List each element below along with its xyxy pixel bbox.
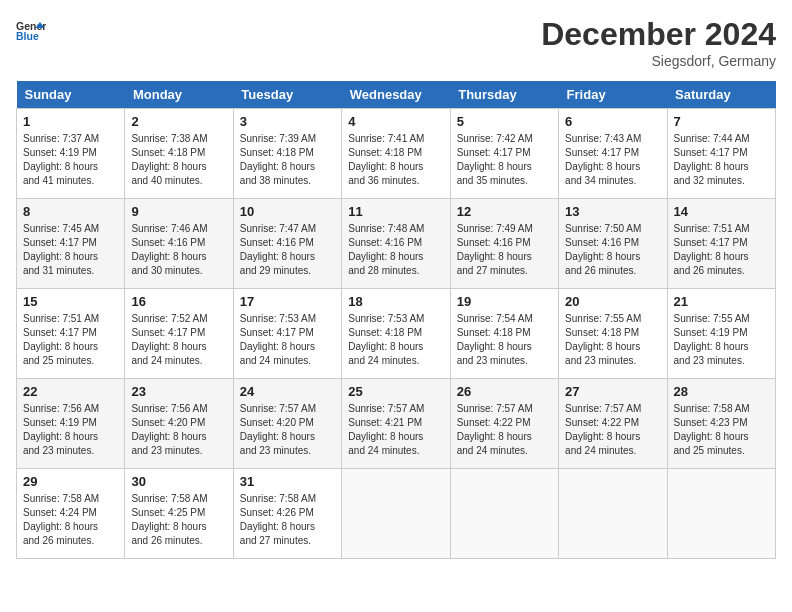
week-row-4: 22 Sunrise: 7:56 AMSunset: 4:19 PMDaylig…	[17, 379, 776, 469]
day-5: 5 Sunrise: 7:42 AMSunset: 4:17 PMDayligh…	[450, 109, 558, 199]
header-saturday: Saturday	[667, 81, 775, 109]
week-row-1: 1 Sunrise: 7:37 AMSunset: 4:19 PMDayligh…	[17, 109, 776, 199]
day-11: 11 Sunrise: 7:48 AMSunset: 4:16 PMDaylig…	[342, 199, 450, 289]
day-31: 31 Sunrise: 7:58 AMSunset: 4:26 PMDaylig…	[233, 469, 341, 559]
title-area: December 2024 Siegsdorf, Germany	[541, 16, 776, 69]
day-8: 8 Sunrise: 7:45 AMSunset: 4:17 PMDayligh…	[17, 199, 125, 289]
day-24: 24 Sunrise: 7:57 AMSunset: 4:20 PMDaylig…	[233, 379, 341, 469]
page-header: General Blue December 2024 Siegsdorf, Ge…	[16, 16, 776, 69]
day-23: 23 Sunrise: 7:56 AMSunset: 4:20 PMDaylig…	[125, 379, 233, 469]
day-25: 25 Sunrise: 7:57 AMSunset: 4:21 PMDaylig…	[342, 379, 450, 469]
svg-text:Blue: Blue	[16, 30, 39, 42]
day-7: 7 Sunrise: 7:44 AMSunset: 4:17 PMDayligh…	[667, 109, 775, 199]
day-15: 15 Sunrise: 7:51 AMSunset: 4:17 PMDaylig…	[17, 289, 125, 379]
logo: General Blue	[16, 16, 50, 46]
header-wednesday: Wednesday	[342, 81, 450, 109]
day-4: 4 Sunrise: 7:41 AMSunset: 4:18 PMDayligh…	[342, 109, 450, 199]
day-22: 22 Sunrise: 7:56 AMSunset: 4:19 PMDaylig…	[17, 379, 125, 469]
location: Siegsdorf, Germany	[541, 53, 776, 69]
day-20: 20 Sunrise: 7:55 AMSunset: 4:18 PMDaylig…	[559, 289, 667, 379]
header-thursday: Thursday	[450, 81, 558, 109]
day-9: 9 Sunrise: 7:46 AMSunset: 4:16 PMDayligh…	[125, 199, 233, 289]
month-title: December 2024	[541, 16, 776, 53]
day-6: 6 Sunrise: 7:43 AMSunset: 4:17 PMDayligh…	[559, 109, 667, 199]
calendar-table: Sunday Monday Tuesday Wednesday Thursday…	[16, 81, 776, 559]
day-12: 12 Sunrise: 7:49 AMSunset: 4:16 PMDaylig…	[450, 199, 558, 289]
day-21: 21 Sunrise: 7:55 AMSunset: 4:19 PMDaylig…	[667, 289, 775, 379]
header-friday: Friday	[559, 81, 667, 109]
day-28: 28 Sunrise: 7:58 AMSunset: 4:23 PMDaylig…	[667, 379, 775, 469]
day-3: 3 Sunrise: 7:39 AMSunset: 4:18 PMDayligh…	[233, 109, 341, 199]
day-10: 10 Sunrise: 7:47 AMSunset: 4:16 PMDaylig…	[233, 199, 341, 289]
empty-cell-1	[342, 469, 450, 559]
day-2: 2 Sunrise: 7:38 AMSunset: 4:18 PMDayligh…	[125, 109, 233, 199]
header-sunday: Sunday	[17, 81, 125, 109]
day-26: 26 Sunrise: 7:57 AMSunset: 4:22 PMDaylig…	[450, 379, 558, 469]
empty-cell-4	[667, 469, 775, 559]
week-row-5: 29 Sunrise: 7:58 AMSunset: 4:24 PMDaylig…	[17, 469, 776, 559]
day-18: 18 Sunrise: 7:53 AMSunset: 4:18 PMDaylig…	[342, 289, 450, 379]
week-row-2: 8 Sunrise: 7:45 AMSunset: 4:17 PMDayligh…	[17, 199, 776, 289]
week-row-3: 15 Sunrise: 7:51 AMSunset: 4:17 PMDaylig…	[17, 289, 776, 379]
day-30: 30 Sunrise: 7:58 AMSunset: 4:25 PMDaylig…	[125, 469, 233, 559]
header-tuesday: Tuesday	[233, 81, 341, 109]
empty-cell-3	[559, 469, 667, 559]
day-14: 14 Sunrise: 7:51 AMSunset: 4:17 PMDaylig…	[667, 199, 775, 289]
day-29: 29 Sunrise: 7:58 AMSunset: 4:24 PMDaylig…	[17, 469, 125, 559]
weekday-header-row: Sunday Monday Tuesday Wednesday Thursday…	[17, 81, 776, 109]
day-1: 1 Sunrise: 7:37 AMSunset: 4:19 PMDayligh…	[17, 109, 125, 199]
day-17: 17 Sunrise: 7:53 AMSunset: 4:17 PMDaylig…	[233, 289, 341, 379]
day-19: 19 Sunrise: 7:54 AMSunset: 4:18 PMDaylig…	[450, 289, 558, 379]
empty-cell-2	[450, 469, 558, 559]
day-13: 13 Sunrise: 7:50 AMSunset: 4:16 PMDaylig…	[559, 199, 667, 289]
header-monday: Monday	[125, 81, 233, 109]
day-27: 27 Sunrise: 7:57 AMSunset: 4:22 PMDaylig…	[559, 379, 667, 469]
day-16: 16 Sunrise: 7:52 AMSunset: 4:17 PMDaylig…	[125, 289, 233, 379]
logo-icon: General Blue	[16, 16, 46, 46]
